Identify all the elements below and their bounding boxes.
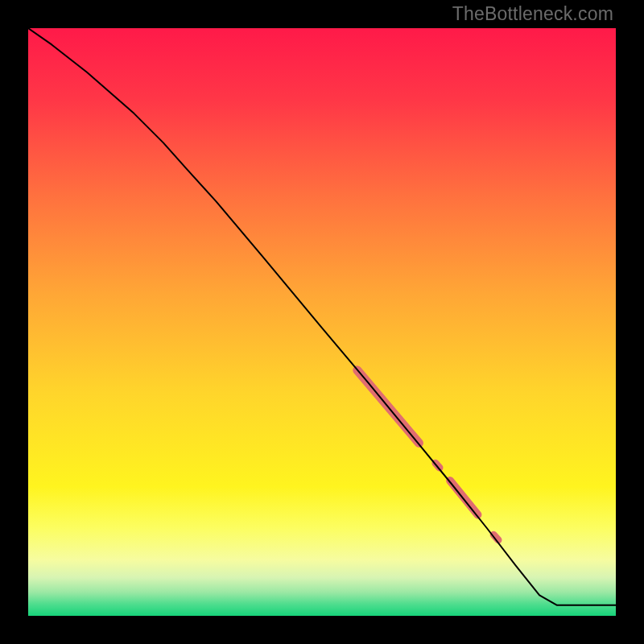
main-curve [28,28,616,605]
band-2 [450,481,477,514]
chart-overlay [28,28,616,616]
watermark-text: TheBottleneck.com [452,3,613,25]
plot-area [28,28,616,616]
chart-stage: TheBottleneck.com [0,0,644,644]
